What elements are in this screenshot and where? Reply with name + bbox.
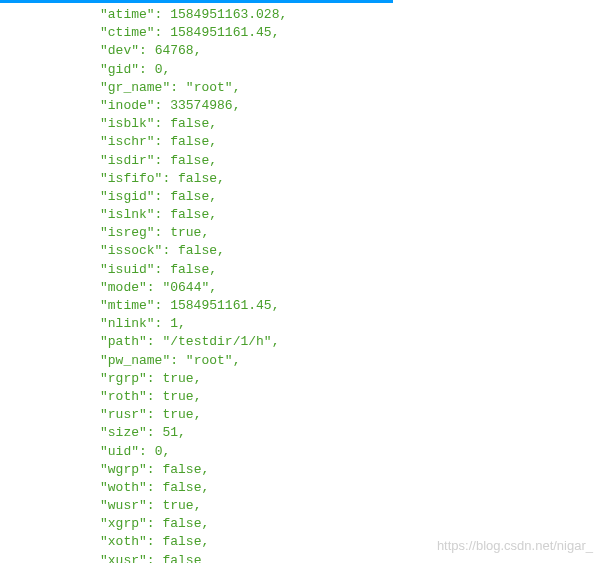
json-line: "roth": true,	[100, 388, 605, 406]
json-line: "wusr": true,	[100, 497, 605, 515]
json-line: "ischr": false,	[100, 133, 605, 151]
json-line: "mtime": 1584951161.45,	[100, 297, 605, 315]
json-line: "gr_name": "root",	[100, 79, 605, 97]
json-line: "isreg": true,	[100, 224, 605, 242]
json-line: "atime": 1584951163.028,	[100, 6, 605, 24]
json-line: "pw_name": "root",	[100, 352, 605, 370]
json-line: "isgid": false,	[100, 188, 605, 206]
json-line: "size": 51,	[100, 424, 605, 442]
json-line: "nlink": 1,	[100, 315, 605, 333]
json-line: "dev": 64768,	[100, 42, 605, 60]
json-output: "atime": 1584951163.028,"ctime": 1584951…	[0, 0, 605, 563]
json-line: "wgrp": false,	[100, 461, 605, 479]
json-line: "woth": false,	[100, 479, 605, 497]
json-line: "rusr": true,	[100, 406, 605, 424]
json-line: "gid": 0,	[100, 61, 605, 79]
json-line: "rgrp": true,	[100, 370, 605, 388]
json-line: "uid": 0,	[100, 443, 605, 461]
json-line: "issock": false,	[100, 242, 605, 260]
json-line: "path": "/testdir/1/h",	[100, 333, 605, 351]
json-line: "isblk": false,	[100, 115, 605, 133]
json-line: "mode": "0644",	[100, 279, 605, 297]
json-line: "inode": 33574986,	[100, 97, 605, 115]
json-line: "xgrp": false,	[100, 515, 605, 533]
json-line: "isuid": false,	[100, 261, 605, 279]
page-load-progress	[0, 0, 393, 3]
json-line: "ctime": 1584951161.45,	[100, 24, 605, 42]
json-line: "isdir": false,	[100, 152, 605, 170]
json-line: "islnk": false,	[100, 206, 605, 224]
json-line: "isfifo": false,	[100, 170, 605, 188]
json-line: "xoth": false,	[100, 533, 605, 551]
json-line: "xusr": false	[100, 552, 605, 563]
